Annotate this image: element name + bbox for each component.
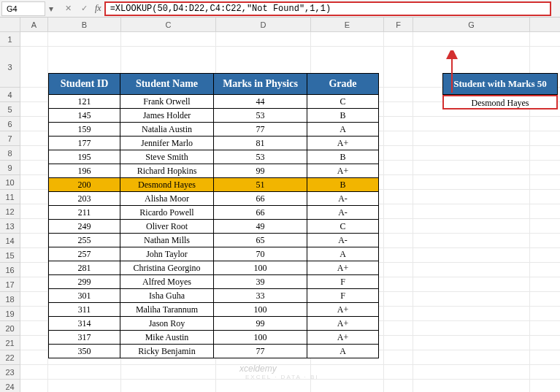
cell-name[interactable]: Ricky Benjamin <box>120 345 214 358</box>
row-header-20[interactable]: 20 <box>0 321 20 336</box>
fx-icon[interactable]: fx <box>95 3 101 14</box>
cell-id[interactable]: 281 <box>49 261 120 275</box>
row-header-7[interactable]: 7 <box>0 131 20 146</box>
table-row[interactable]: 145James Holder53B <box>49 109 379 123</box>
cell-name[interactable]: Jason Roy <box>120 317 214 331</box>
row-header-8[interactable]: 8 <box>0 146 20 161</box>
cell-grade[interactable]: A- <box>307 234 379 247</box>
table-row[interactable]: 311Maliha Tarannum100A+ <box>49 303 379 317</box>
table-row[interactable]: 257John Taylor70A <box>49 247 379 261</box>
name-box-dropdown-icon[interactable]: ▾ <box>45 4 57 14</box>
cell-id[interactable]: 196 <box>49 164 120 178</box>
table-row[interactable]: 121Frank Orwell44C <box>49 95 379 109</box>
row-header-21[interactable]: 21 <box>0 336 20 350</box>
cell-grade[interactable]: A- <box>307 192 379 206</box>
row-header-23[interactable]: 23 <box>0 365 20 380</box>
cell-id[interactable]: 314 <box>49 317 120 331</box>
row-header-9[interactable]: 9 <box>0 161 20 175</box>
row-header-12[interactable]: 12 <box>0 204 20 219</box>
cell-grade[interactable]: A+ <box>307 261 379 275</box>
cell-grade[interactable]: A+ <box>307 164 379 178</box>
cell-name[interactable]: Christina Georgino <box>120 261 214 275</box>
cell-marks[interactable]: 99 <box>214 317 307 331</box>
cell-id[interactable]: 255 <box>49 234 120 247</box>
row-header-15[interactable]: 15 <box>0 248 20 263</box>
cell-marks[interactable]: 51 <box>214 178 307 192</box>
cell-grade[interactable]: F <box>307 289 379 303</box>
cell-name[interactable]: Natalia Austin <box>120 123 214 137</box>
cell-grade[interactable]: B <box>307 150 379 164</box>
row-header-18[interactable]: 18 <box>0 292 20 307</box>
table-row[interactable]: 314Jason Roy99A+ <box>49 317 379 331</box>
cell-grade[interactable]: A+ <box>307 317 379 331</box>
table-row[interactable]: 255Nathan Mills65A- <box>49 234 379 247</box>
name-box[interactable]: G4 <box>1 1 45 16</box>
table-row[interactable]: 177Jennifer Marlo81A+ <box>49 137 379 150</box>
row-header-3[interactable]: 3 <box>0 47 20 88</box>
table-row[interactable]: 249Oliver Root49C <box>49 220 379 234</box>
cell-id[interactable]: 299 <box>49 275 120 289</box>
cell-id[interactable]: 257 <box>49 247 120 261</box>
row-header-5[interactable]: 5 <box>0 102 20 117</box>
cell-marks[interactable]: 99 <box>214 164 307 178</box>
col-header-E[interactable]: E <box>311 18 384 31</box>
cell-id[interactable]: 195 <box>49 150 120 164</box>
cell-marks[interactable]: 70 <box>214 247 307 261</box>
cell-id[interactable]: 203 <box>49 192 120 206</box>
cell-grade[interactable]: F <box>307 275 379 289</box>
cell-id[interactable]: 301 <box>49 289 120 303</box>
col-header-B[interactable]: B <box>48 18 121 31</box>
row-header-4[interactable]: 4 <box>0 88 20 102</box>
table-row[interactable]: 200Desmond Hayes51B <box>49 178 379 192</box>
cell-id[interactable]: 177 <box>49 137 120 150</box>
cell-grade[interactable]: B <box>307 109 379 123</box>
cell-marks[interactable]: 65 <box>214 234 307 247</box>
cell-name[interactable]: Ricardo Powell <box>120 206 214 220</box>
cell-marks[interactable]: 53 <box>214 150 307 164</box>
cell-id[interactable]: 121 <box>49 95 120 109</box>
cell-name[interactable]: James Holder <box>120 109 214 123</box>
table-row[interactable]: 159Natalia Austin77A <box>49 123 379 137</box>
cell-marks[interactable]: 100 <box>214 261 307 275</box>
row-header-17[interactable]: 17 <box>0 277 20 292</box>
cell-name[interactable]: Nathan Mills <box>120 234 214 247</box>
row-header-19[interactable]: 19 <box>0 307 20 321</box>
cell-id[interactable]: 211 <box>49 206 120 220</box>
cell-marks[interactable]: 100 <box>214 303 307 317</box>
cell-name[interactable]: Jennifer Marlo <box>120 137 214 150</box>
col-header-D[interactable]: D <box>216 18 311 31</box>
cell-marks[interactable]: 77 <box>214 123 307 137</box>
cell-grade[interactable]: A <box>307 123 379 137</box>
cell-id[interactable]: 311 <box>49 303 120 317</box>
table-row[interactable]: 350Ricky Benjamin77A <box>49 345 379 358</box>
cell-grade[interactable]: A <box>307 247 379 261</box>
cell-id[interactable]: 350 <box>49 345 120 358</box>
row-header-14[interactable]: 14 <box>0 234 20 248</box>
cell-marks[interactable]: 53 <box>214 109 307 123</box>
cell-grade[interactable]: A+ <box>307 137 379 150</box>
cell-name[interactable]: Alisha Moor <box>120 192 214 206</box>
cell-area[interactable]: Student IDStudent NameMarks in PhysicsGr… <box>20 32 560 392</box>
cell-grade[interactable]: A <box>307 345 379 358</box>
cell-marks[interactable]: 49 <box>214 220 307 234</box>
cell-grade[interactable]: A+ <box>307 303 379 317</box>
cell-grade[interactable]: A+ <box>307 331 379 345</box>
cell-marks[interactable]: 100 <box>214 331 307 345</box>
row-header-16[interactable]: 16 <box>0 263 20 277</box>
table-row[interactable]: 211Ricardo Powell66A- <box>49 206 379 220</box>
cell-id[interactable]: 317 <box>49 331 120 345</box>
table-row[interactable]: 317Mike Austin100A+ <box>49 331 379 345</box>
cell-name[interactable]: John Taylor <box>120 247 214 261</box>
cell-name[interactable]: Frank Orwell <box>120 95 214 109</box>
cell-name[interactable]: Mike Austin <box>120 331 214 345</box>
cell-marks[interactable]: 81 <box>214 137 307 150</box>
cell-name[interactable]: Isha Guha <box>120 289 214 303</box>
col-header-A[interactable]: A <box>20 18 48 31</box>
cell-id[interactable]: 159 <box>49 123 120 137</box>
row-header-11[interactable]: 11 <box>0 190 20 204</box>
cell-grade[interactable]: C <box>307 220 379 234</box>
cell-name[interactable]: Alfred Moyes <box>120 275 214 289</box>
cell-marks[interactable]: 33 <box>214 289 307 303</box>
enter-icon[interactable]: ✓ <box>79 4 89 13</box>
row-header-22[interactable]: 22 <box>0 350 20 365</box>
